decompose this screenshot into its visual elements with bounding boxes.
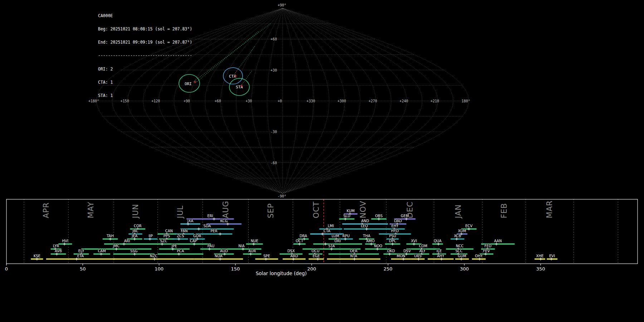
lon-label: +210 (430, 99, 439, 103)
peak-marker (264, 258, 267, 260)
x-tick-label: 0 (5, 266, 8, 272)
peak-marker (223, 253, 226, 255)
shower-label: AND (361, 219, 369, 223)
shower-label: ELY (78, 249, 85, 253)
peak-marker (484, 253, 487, 255)
peak-marker (115, 248, 118, 250)
shower-label: EVI (549, 254, 555, 258)
shower-label: ETA (77, 254, 84, 258)
peak-marker (298, 243, 301, 245)
peak-marker (460, 258, 463, 260)
shower-label: CAP (190, 239, 197, 243)
lat-label: -60 (270, 161, 277, 165)
peak-marker (55, 253, 58, 255)
peak-marker (193, 243, 196, 245)
shower-label: GEM (401, 214, 409, 218)
shower-label: XCB (454, 234, 461, 238)
lat-label: +30 (270, 68, 277, 72)
month-label: SEP (267, 203, 275, 218)
peak-marker (252, 243, 255, 245)
shower-label: SSG (130, 249, 137, 253)
peak-marker (213, 218, 215, 220)
shower-label: NDA (215, 254, 223, 258)
shower-label: NCC (456, 244, 463, 248)
shower-label: LMI (328, 224, 334, 228)
shower-label: ECV (465, 224, 473, 228)
peak-marker (35, 258, 38, 260)
shower-label: JMC (113, 244, 120, 248)
shower-label: DAD (394, 219, 402, 223)
x-tick-label: 250 (384, 266, 392, 272)
peak-marker (391, 243, 394, 245)
peak-marker (376, 248, 379, 250)
peak-marker (455, 238, 458, 240)
shower-label: URS (414, 254, 421, 258)
peak-marker (344, 238, 347, 240)
month-label: FEB (500, 203, 508, 218)
shower-label: COR (134, 224, 142, 228)
begin-time-line: Beg: 20251021 08:08:15 (sol = 207.83°) (98, 27, 192, 31)
peak-marker (344, 218, 347, 220)
shower-label: AMO (366, 239, 375, 243)
peak-marker (377, 218, 380, 220)
peak-marker (171, 248, 174, 250)
shower-label: ORI (335, 239, 341, 243)
shower-label: AVB (55, 249, 62, 253)
peak-marker (226, 223, 229, 225)
peak-marker (468, 228, 470, 230)
shower-label: NOO (374, 244, 382, 248)
shower-label: DPC (389, 239, 396, 243)
peak-marker (219, 258, 221, 260)
peak-marker (177, 253, 180, 255)
shower-label: DSV (403, 249, 411, 253)
shower-label: TAH (106, 234, 114, 238)
peak-marker (402, 258, 405, 260)
shower-label: SCC (455, 249, 463, 253)
month-label: NOV (359, 201, 367, 218)
shower-label: JPE (171, 244, 177, 248)
shower-label: SDA (204, 224, 211, 228)
peak-marker (316, 258, 319, 260)
radiant-marker (194, 80, 196, 83)
lon-label: +270 (369, 99, 377, 103)
month-label: MAR (545, 200, 554, 218)
peak-marker (440, 258, 443, 260)
shower-label: CAM (98, 249, 106, 253)
shower-label: EGE (313, 254, 320, 258)
peak-marker (417, 258, 420, 260)
shower-label: ALY (419, 249, 426, 253)
x-tick-label: 300 (460, 266, 469, 272)
peak-marker (219, 233, 221, 235)
peak-marker (324, 243, 327, 245)
shower-label: SZC (160, 239, 167, 243)
month-label: JUN (131, 204, 140, 219)
month-label: AUG (221, 201, 230, 218)
shower-label: NUE (251, 239, 258, 243)
peak-marker (153, 258, 156, 260)
month-label: MAY (87, 201, 95, 218)
shower-label: THA (363, 234, 371, 238)
lon-label: +60 (215, 99, 221, 103)
month-label: JAN (454, 204, 463, 219)
peak-marker (148, 238, 151, 240)
shower-label: KCG (220, 219, 228, 223)
x-tick-label: 350 (536, 266, 545, 272)
shower-label: COM (419, 244, 427, 248)
observation-header: CA000E Beg: 20251021 08:08:15 (sol = 207… (98, 5, 192, 107)
peak-marker (177, 238, 180, 240)
shower-label: FEV (483, 249, 490, 253)
lat-label: -30 (270, 130, 277, 134)
shower-label: NZC (150, 254, 157, 258)
shower-label: ERI (207, 214, 213, 218)
peak-marker (321, 233, 324, 235)
peak-marker (388, 253, 391, 255)
peak-marker (133, 238, 136, 240)
shower-label: AUR (248, 249, 256, 253)
peak-marker (208, 248, 211, 250)
shower-label: FED (484, 244, 492, 248)
shower-label: SPE (263, 254, 270, 258)
shower-label: STA (328, 244, 335, 248)
x-tick-label: 50 (80, 266, 86, 272)
peak-marker (122, 243, 125, 245)
lat-label: +90° (278, 3, 286, 7)
